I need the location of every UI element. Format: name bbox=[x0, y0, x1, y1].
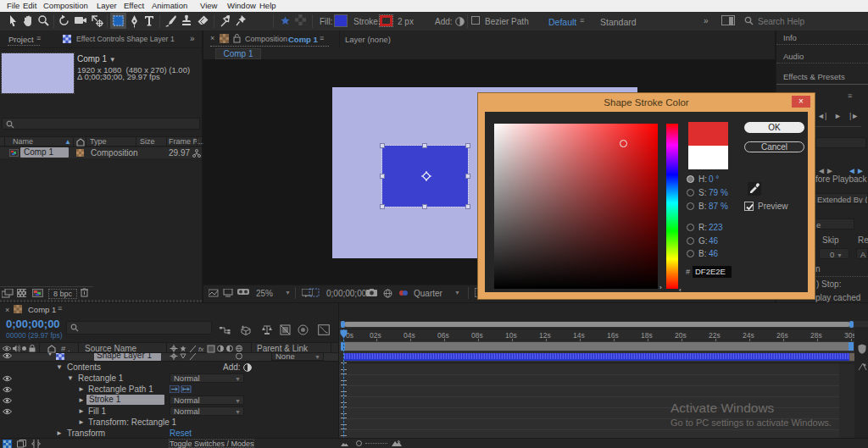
svg-text:fx: fx bbox=[198, 346, 204, 353]
